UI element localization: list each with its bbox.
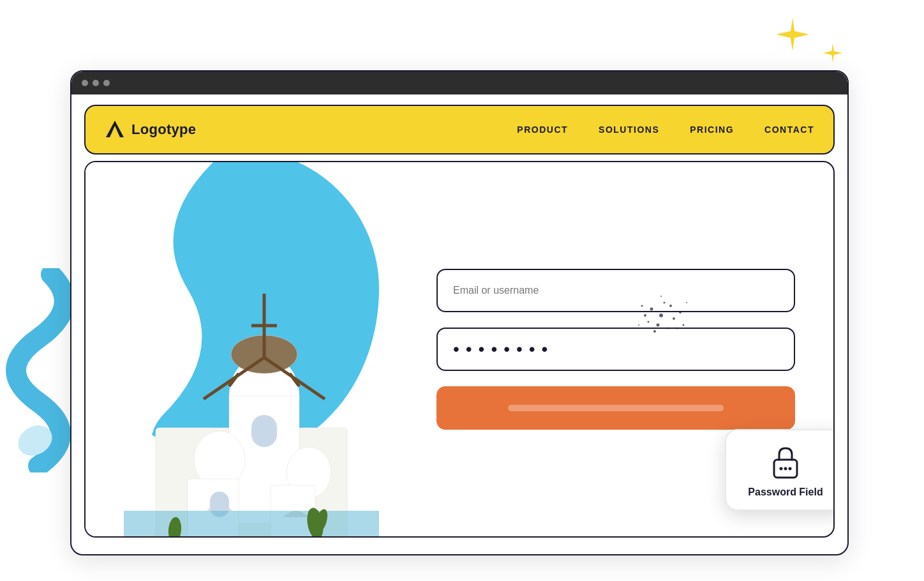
nav-link-contact[interactable]: CONTACT (764, 124, 814, 135)
star-large-decoration (776, 18, 809, 51)
logo-text: Logotype (131, 121, 196, 138)
titlebar-dot-3 (103, 80, 110, 86)
password-field-tooltip: Password Field (725, 429, 835, 511)
browser-window: Logotype PRODUCT SOLUTIONS PRICING CONTA… (70, 70, 849, 555)
svg-point-25 (669, 305, 672, 307)
submit-button-inner (508, 405, 723, 411)
submit-button[interactable] (436, 386, 795, 430)
svg-point-37 (660, 296, 662, 297)
nav-links: PRODUCT SOLUTIONS PRICING CONTACT (517, 124, 814, 135)
nav-bar: Logotype PRODUCT SOLUTIONS PRICING CONTA… (84, 105, 835, 155)
logo-icon (105, 119, 125, 140)
svg-point-41 (780, 467, 783, 471)
nav-link-pricing[interactable]: PRICING (690, 124, 734, 135)
tooltip-label: Password Field (748, 487, 823, 498)
svg-point-26 (657, 324, 660, 327)
svg-point-33 (653, 330, 656, 333)
titlebar-dot-2 (93, 80, 99, 86)
email-input[interactable] (436, 269, 795, 312)
svg-point-42 (784, 467, 787, 471)
splatter-decoration (629, 290, 693, 341)
svg-point-29 (679, 311, 682, 313)
svg-point-31 (644, 314, 646, 317)
password-input[interactable] (436, 328, 795, 371)
form-panel: Password Field (398, 162, 833, 536)
svg-point-24 (650, 308, 653, 311)
svg-point-34 (676, 328, 678, 329)
logo-area: Logotype (105, 119, 196, 140)
lock-icon (770, 444, 801, 480)
svg-rect-17 (251, 415, 277, 447)
nav-link-product[interactable]: PRODUCT (517, 124, 568, 135)
windmill-scene (124, 204, 379, 536)
nav-link-solutions[interactable]: SOLUTIONS (599, 124, 659, 135)
svg-point-35 (641, 305, 643, 307)
svg-point-30 (664, 302, 666, 304)
main-content: Password Field (84, 161, 835, 538)
svg-point-28 (648, 321, 650, 323)
star-small-decoration (823, 43, 842, 63)
image-panel (86, 162, 398, 536)
svg-rect-19 (124, 511, 379, 536)
lock-icon-container (768, 444, 803, 480)
svg-point-36 (683, 324, 685, 326)
svg-point-23 (659, 313, 663, 317)
svg-point-43 (789, 467, 792, 471)
titlebar-dot-1 (82, 80, 88, 86)
svg-point-39 (686, 302, 687, 303)
svg-point-27 (673, 317, 675, 320)
svg-point-32 (667, 328, 669, 329)
svg-point-38 (638, 324, 639, 326)
browser-titlebar (71, 72, 847, 94)
